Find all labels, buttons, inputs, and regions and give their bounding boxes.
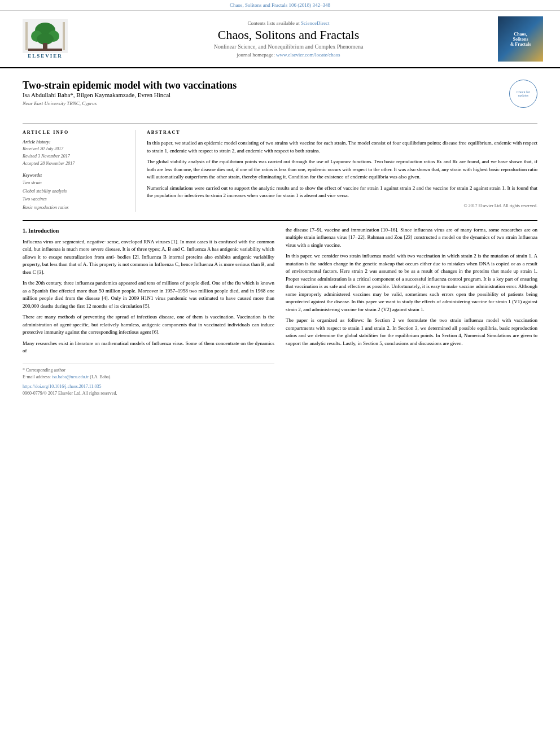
keywords-list: Two strain Global stability analysis Two… [23,179,126,212]
svg-rect-6 [28,49,62,51]
introduction-title: 1. Introduction [23,226,274,235]
check-updates-badge: Check for updates [509,80,537,108]
intro-col2-para-2: In this paper, we consider two strain in… [286,252,537,313]
citation-text: Chaos, Solitons and Fractals 106 (2018) … [230,2,330,8]
authors: Isa Abdullahi Baba*, Bilgen Kaymakamzade… [23,91,237,98]
article-history-label: Article history: [23,139,126,145]
abstract-para-2: The global stability analysis of the equ… [147,158,537,181]
abstract-para-1: In this paper, we studied an epidemic mo… [147,139,537,155]
journal-cover-image: Chaos, Solitons & Fractals [498,16,543,62]
main-body: 1. Introduction Influenza virus are segm… [23,220,537,397]
journal-cover: Chaos, Solitons & Fractals [498,16,549,62]
abstract-para-3: Numerical simulations were carried out t… [147,185,537,200]
corresponding-author-label: * Corresponding author [23,367,274,374]
intro-para-4: Many researches exist in literature on m… [23,340,274,355]
journal-header: ELSEVIER Contents lists available at Sci… [0,11,560,68]
abstract-col: ABSTRACT In this paper, we studied an ep… [147,130,537,212]
intro-para-2: In the 20th century, three influenza pan… [23,279,274,310]
elsevier-logo: ELSEVIER [23,19,68,59]
intro-col2-para-3: The paper is organized as follows: In Se… [286,317,537,347]
elsevier-tree-icon [23,19,68,53]
elsevier-label: ELSEVIER [28,53,63,59]
intro-col2-para-1: the disease [7–9], vaccine and immunizat… [286,226,537,250]
email-link[interactable]: isa.baba@neu.edu.tr [52,374,89,379]
article-title-section: Two-strain epidemic model with two vacci… [23,80,537,119]
svg-rect-8 [63,22,65,50]
keywords-label: Keywords: [23,173,126,178]
article-content: Two-strain epidemic model with two vacci… [0,68,560,408]
svg-rect-7 [25,22,28,50]
sciencedirect-link[interactable]: ScienceDirect [301,20,329,26]
article-info-abstract: ARTICLE INFO Article history: Received 2… [23,124,537,212]
intro-para-1: Influenza virus are segmented, negative-… [23,238,274,277]
journal-info: Contents lists available at ScienceDirec… [85,20,492,58]
citation-bar: Chaos, Solitons and Fractals 106 (2018) … [0,0,560,11]
affiliation: Near East University TRNC, Cyprus [23,101,237,106]
issn-line: 0960-0779/© 2017 Elsevier Ltd. All right… [23,390,274,397]
article-title: Two-strain epidemic model with two vacci… [23,80,237,91]
contents-available-line: Contents lists available at ScienceDirec… [85,20,492,26]
homepage-link[interactable]: www.elsevier.com/locate/chaos [276,52,340,58]
body-col-right: the disease [7–9], vaccine and immunizat… [286,226,537,397]
intro-para-3: There are many methods of preventing the… [23,313,274,337]
body-col-left: 1. Introduction Influenza virus are segm… [23,226,274,397]
footnote-area: * Corresponding author E-mail address: i… [23,364,274,397]
article-title-block: Two-strain epidemic model with two vacci… [23,80,237,115]
article-info-title: ARTICLE INFO [23,130,126,135]
copyright: © 2017 Elsevier Ltd. All rights reserved… [147,203,537,208]
abstract-title: ABSTRACT [147,130,537,135]
article-info-col: ARTICLE INFO Article history: Received 2… [23,130,135,212]
publisher-logo-area: ELSEVIER [11,19,79,59]
journal-subtitle: Nonlinear Science, and Nonequilibrium an… [85,43,492,50]
journal-title: Chaos, Solitons and Fractals [85,28,492,42]
doi-link[interactable]: https://doi.org/10.1016/j.chaos.2017.11.… [23,383,274,390]
article-dates: Received 20 July 2017 Revised 3 November… [23,146,126,167]
email-footnote: E-mail address: isa.baba@neu.edu.tr (I.A… [23,374,274,381]
journal-homepage: journal homepage: www.elsevier.com/locat… [85,52,492,58]
